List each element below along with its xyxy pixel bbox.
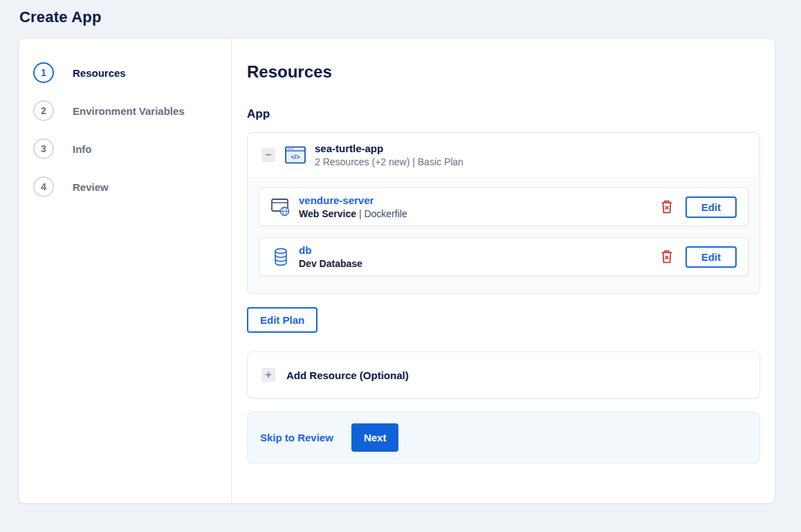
next-button[interactable]: Next [351,423,399,452]
step-label: Review [73,181,109,193]
resource-subtitle: Dev Database [299,258,658,269]
step-number-badge: 2 [33,100,54,121]
app-name: sea-turtle-app [315,143,463,154]
edit-resource-button[interactable]: Edit [685,196,737,218]
step-number-badge: 1 [33,62,54,83]
database-icon [270,248,291,266]
step-label: Resources [73,67,126,79]
resource-name-link[interactable]: db [299,244,311,256]
svg-text:</>: </> [291,154,300,160]
step-number-badge: 3 [33,138,54,159]
delete-resource-trash-icon[interactable] [658,247,676,266]
web-service-icon [270,198,291,217]
create-app-card: 1 Resources 2 Environment Variables 3 In… [19,38,775,504]
step-resources[interactable]: 1 Resources [33,62,231,83]
step-number-badge: 4 [33,176,54,197]
step-review[interactable]: 4 Review [33,176,231,197]
edit-plan-button[interactable]: Edit Plan [247,307,317,333]
resource-text: db Dev Database [299,244,658,269]
step-content-panel: Resources App − </> sea-turtle-app [231,39,775,503]
app-group-header: − </> sea-turtle-app 2 Resources (+2 new… [248,133,759,178]
wizard-stepper: 1 Resources 2 Environment Variables 3 In… [19,39,231,503]
step-environment-variables[interactable]: 2 Environment Variables [33,100,231,121]
app-summary: 2 Resources (+2 new) | Basic Plan [315,156,463,167]
delete-resource-trash-icon[interactable] [658,197,676,217]
page-title: Create App [0,0,801,26]
resource-name-link[interactable]: vendure-server [299,194,374,206]
app-section-label: App [247,107,760,121]
step-label: Info [73,143,92,155]
edit-resource-button[interactable]: Edit [685,246,737,268]
app-group-titles: sea-turtle-app 2 Resources (+2 new) | Ba… [315,143,463,167]
app-group-body: vendure-server Web Service | Dockerfile [248,178,759,293]
plus-icon[interactable]: + [261,368,275,382]
add-resource-card[interactable]: + Add Resource (Optional) [247,351,760,398]
resource-row-db: db Dev Database Edit [259,237,748,276]
add-resource-label: Add Resource (Optional) [286,369,409,381]
resource-row-vendure-server: vendure-server Web Service | Dockerfile [259,187,748,226]
step-label: Environment Variables [73,105,185,117]
resource-subtitle: Web Service | Dockerfile [299,208,658,219]
resource-text: vendure-server Web Service | Dockerfile [299,194,658,219]
collapse-minus-icon[interactable]: − [261,148,275,162]
step-info[interactable]: 3 Info [33,138,231,159]
wizard-footer: Skip to Review Next [247,412,760,464]
app-group-card: − </> sea-turtle-app 2 Resources (+2 new… [247,132,760,294]
skip-to-review-link[interactable]: Skip to Review [260,432,333,443]
content-heading: Resources [247,62,760,82]
app-window-code-icon: </> [285,146,306,164]
